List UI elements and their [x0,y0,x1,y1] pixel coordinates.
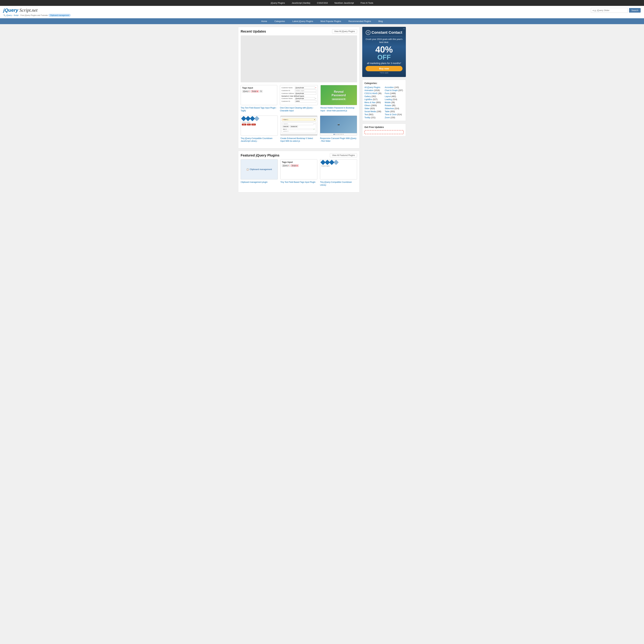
view-all-featured-button[interactable]: View All Featured Plugins [330,153,357,157]
featured-card-countdown2: Custom styles Tiny jQuery-Compatible Cou… [320,159,357,186]
bs-select-all[interactable]: Select All [282,126,289,127]
ad-discount: 40% [366,45,403,54]
bs-dropdown: ♥ Item 1 ▾ [282,118,316,121]
cat-layout: Layout (482) [385,95,404,98]
clearable-field-4: Customer Name: × [281,97,316,100]
plugin-link-bs-select[interactable]: Create Enhanced Bootstrap 5 Select Input… [280,137,317,143]
ad-sub-text: all marketing plans for 3 months* [366,62,403,65]
featured-link-tags[interactable]: Tiny Text Field Based Tags Input Plugin [280,181,317,184]
page-layout: Recent Updates View All jQuery Plugins T… [238,24,406,197]
dot-1 [334,134,335,135]
plugin-card-clearable: Customer Name: × Customer ID: Customer A… [280,85,318,112]
featured-card-clipboard: 📋 Clipboard management Clipboard managem… [241,159,278,186]
cat-lightbox: LightBox (527) [364,98,383,101]
featured-thumb-countdown2: Custom styles [320,159,357,179]
logo-script: Script [18,8,31,13]
featured-plugins-section: Featured jQuery Plugins View All Feature… [238,151,360,192]
free-updates-title: Get Free Updates [364,126,404,128]
top-nav-item-nextgen[interactable]: NextGen JavaScript [334,2,354,4]
bs-action-buttons: Select All Deselect All [282,126,315,127]
breadcrumb-tagline: Free jQuery Plugins and Tutorials [20,14,48,16]
cat-time-clock: Time & Clock (514) [385,113,404,116]
breadcrumb-tag[interactable]: Clipboard management [48,14,71,17]
search-button[interactable]: Search [629,8,641,13]
clearable-scenario: Scenario 2: User defined inputs [281,95,316,97]
cc-name: Constant Contact [371,30,402,35]
plugin-card-bs-select: ♥ Item 1 ▾ Search... × Select All [280,116,317,143]
bs-subtext: subtext 2 [282,130,315,132]
ad-terms: *Terms apply [366,72,403,74]
categories-grid: All jQuery Plugins Accordion (143) Anima… [364,86,404,119]
countdown-boxes: days hrs mins [242,124,277,125]
clearable-field-5: Customer ID: [281,100,316,102]
tag-n: N [259,90,263,93]
site-logo[interactable]: jQuery Script.net [3,8,38,13]
top-nav-item-jquery-plugins[interactable]: jQuery Plugins [271,2,285,4]
ad-banner [241,35,357,82]
main-nav-home[interactable]: Home [258,18,271,24]
cat-slideshow: Slideshow (314) [385,107,404,110]
main-nav-popular[interactable]: Most Popular Plugins [317,18,345,24]
plugin-card-reveal-password: RevealPassword jQueryScript.net 👁 Reveal… [320,85,357,112]
main-content: Recent Updates View All jQuery Plugins T… [238,27,360,195]
clearable-field-2: Customer ID: [281,89,316,92]
ad-buy-button[interactable]: Buy now [366,66,403,71]
cat-chart-graph: Chart & Graph (207) [385,89,404,92]
cat-loading: Loading (314) [385,98,404,101]
plugin-thumb-countdown: Custom styles days hrs mins [241,116,278,136]
top-navigation: jQuery Plugins JavaScript (Vanilla) CSS/… [0,0,644,6]
featured-thumb-tags: Tags Input jQuery× Script⊗ [280,159,317,179]
main-nav-recommended[interactable]: Recommended Plugins [345,18,375,24]
featured-card-tags: Tags Input jQuery× Script⊗ Tiny Text Fie… [280,159,317,186]
plugin-thumb-tags-input: Tags Input jQuery× Script⊗ N [241,85,277,105]
thumb-content-clearable: Customer Name: × Customer ID: Customer A… [280,85,317,105]
thumb-tags-title: Tags Input [242,87,276,89]
plugin-link-reveal[interactable]: Reveal Hidden Password In Bootstrap Inpu… [320,106,357,112]
cat-accordion: Accordion (143) [385,86,404,89]
search-input[interactable] [591,8,628,13]
red-box-3: mins [251,124,256,125]
plugin-link-clearable[interactable]: One-Click Input Clearing with jQuery - C… [280,106,318,112]
featured-link-clipboard[interactable]: Clipboard management plugin [241,181,278,184]
thumb-content-bs-select: ♥ Item 1 ▾ Search... × Select All [281,117,317,134]
top-nav-item-css[interactable]: CSS/CSS3 [317,2,328,4]
top-nav-item-javascript[interactable]: JavaScript (Vanilla) [292,2,310,4]
reveal-url-bar: jQueryScript.net 👁 [332,98,346,100]
plugin-link-countdown[interactable]: Tiny jQuery-Compatible Countdown JavaScr… [241,137,278,143]
sidebar: Ad © Constant Contact Crush your 2024 go… [362,27,406,195]
main-navigation: Home Categories Latest jQuery Plugins Mo… [0,18,644,24]
diamond-4 [254,116,259,121]
recent-updates-section: Recent Updates View All jQuery Plugins T… [238,27,360,148]
plugin-link-tags-input[interactable]: Tiny Text Field Based Tags Input Plugin … [241,106,277,112]
featured-link-countdown[interactable]: Tiny jQuery-Compatible Countdown Library [320,181,357,186]
plugin-thumb-clearable: Customer Name: × Customer ID: Customer A… [280,85,318,105]
main-nav-latest[interactable]: Latest jQuery Plugins [289,18,317,24]
tag-script: Script⊗ [251,90,259,93]
breadcrumb-sep1: › [12,14,13,16]
thumb-tags-items: jQuery× Script⊗ N [242,90,276,93]
dot-7 [343,134,344,135]
clearable-field-1: Customer Name: × [281,87,316,89]
cat-slider: Slider (820) [364,107,383,110]
main-nav-blog[interactable]: Blog [375,18,386,24]
cat-table: Table (353) [385,110,404,113]
main-nav-categories[interactable]: Categories [271,18,289,24]
view-all-jquery-plugins-button[interactable]: View All jQuery Plugins [332,29,357,33]
dot-2 [335,134,336,135]
plugin-grid-row2: Custom styles days hrs mins Tiny jQuery-… [241,116,357,143]
breadcrumb-script[interactable]: Script [14,14,18,16]
dot-5 [340,134,341,135]
bs-deselect-all[interactable]: Deselect All [290,126,298,127]
plugin-link-carousel[interactable]: Responsive Carousel Plugin With jQuery -… [320,137,357,143]
cat-all-plugins: All jQuery Plugins [364,86,383,89]
top-nav-item-ai-tools[interactable]: Free AI Tools [361,2,373,4]
featured-thumb-tags-content: Tags Input jQuery× Script⊗ [281,159,317,179]
categories-title: Categories: [364,82,404,85]
breadcrumb-jquery[interactable]: jQuery [6,14,12,16]
plugin-thumb-carousel: 📷 [320,116,357,136]
thumb-content-reveal: RevealPassword jQueryScript.net 👁 [321,85,357,105]
clearable-field-3: Customer Address: [281,92,316,95]
bs-item-1: Item 1✓ [282,128,315,130]
cat-text: Text (562) [364,113,383,116]
plugin-thumb-bs-select: ♥ Item 1 ▾ Search... × Select All [280,116,317,136]
